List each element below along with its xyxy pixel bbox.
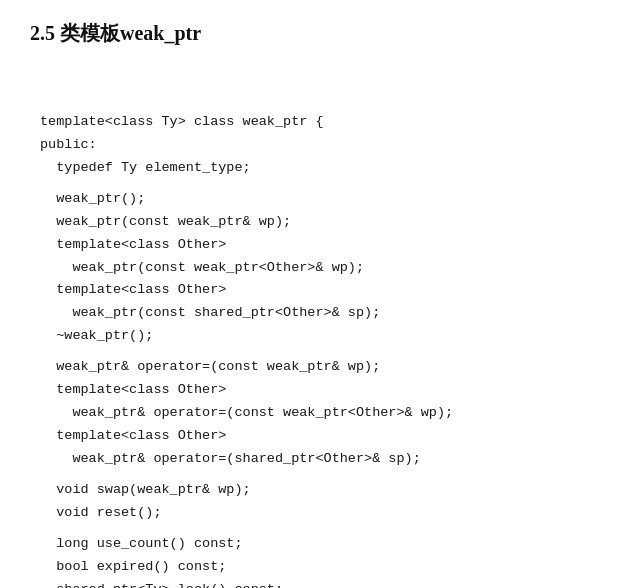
section-title: 类模板weak_ptr [60,22,201,44]
code-block: template<class Ty> class weak_ptr {publi… [40,65,596,588]
code-line: weak_ptr(); [40,188,596,211]
code-line: template<class Ty> class weak_ptr { [40,111,596,134]
code-line: weak_ptr& operator=(shared_ptr<Other>& s… [40,448,596,471]
section-heading: 2.5 类模板weak_ptr [30,20,596,47]
code-line: template<class Other> [40,234,596,257]
code-line: weak_ptr(const shared_ptr<Other>& sp); [40,302,596,325]
code-line: template<class Other> [40,425,596,448]
code-line: weak_ptr& operator=(const weak_ptr& wp); [40,356,596,379]
code-line: weak_ptr(const weak_ptr<Other>& wp); [40,257,596,280]
code-blank-line [40,180,596,188]
code-line: void reset(); [40,502,596,525]
code-line: bool expired() const; [40,556,596,579]
code-line: long use_count() const; [40,533,596,556]
code-line: ~weak_ptr(); [40,325,596,348]
code-blank-line [40,348,596,356]
page-container: 2.5 类模板weak_ptr template<class Ty> class… [30,20,596,588]
section-number: 2.5 [30,22,55,44]
code-blank-line [40,471,596,479]
code-line: weak_ptr& operator=(const weak_ptr<Other… [40,402,596,425]
code-line: typedef Ty element_type; [40,157,596,180]
code-line: void swap(weak_ptr& wp); [40,479,596,502]
code-line: template<class Other> [40,379,596,402]
code-line: template<class Other> [40,279,596,302]
code-line: weak_ptr(const weak_ptr& wp); [40,211,596,234]
code-blank-line [40,525,596,533]
code-line: public: [40,134,596,157]
code-line: shared_ptr<Ty> lock() const; [40,579,596,588]
